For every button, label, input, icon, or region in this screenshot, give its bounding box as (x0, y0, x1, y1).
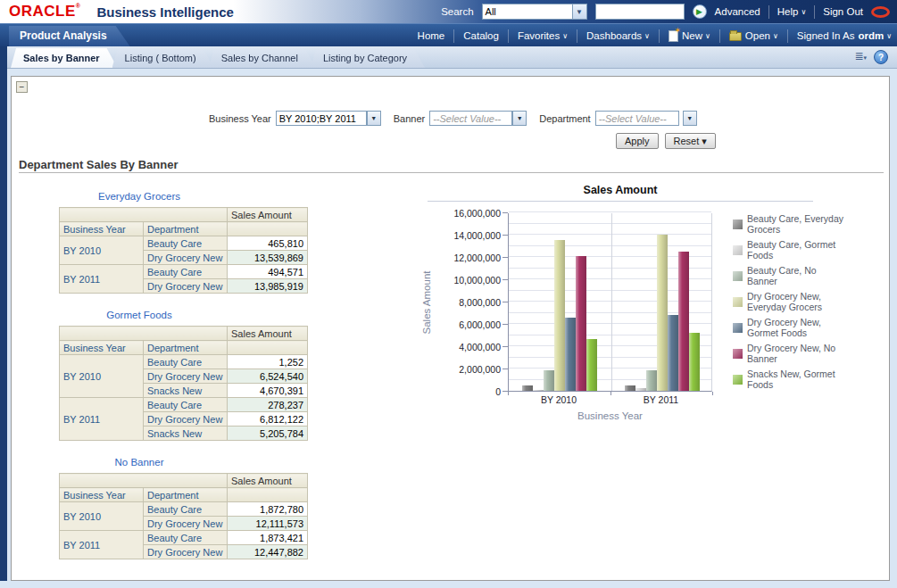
y-axis-title: Sales Amount (420, 213, 433, 392)
chart-bar[interactable] (689, 333, 700, 391)
department-dropdown-button[interactable]: ▼ (683, 111, 697, 126)
sign-out-link[interactable]: Sign Out (823, 6, 863, 17)
y-tick-label: 2,000,000 (459, 364, 501, 375)
department-cell[interactable]: Beauty Care (144, 355, 228, 369)
divider (19, 172, 884, 173)
tab-sales-by-channel[interactable]: Sales by Channel (209, 48, 316, 68)
chart-bar[interactable] (565, 318, 576, 391)
divider (659, 29, 660, 43)
nav-open[interactable]: Open∨ (729, 30, 778, 41)
department-cell[interactable]: Beauty Care (144, 531, 228, 545)
search-go-button[interactable]: ▶ (693, 4, 707, 19)
department-cell[interactable]: Dry Grocery New (144, 517, 228, 531)
department-field[interactable]: --Select Value-- (595, 111, 679, 126)
sales-amount-header: Sales Amount (228, 327, 308, 341)
department-cell[interactable]: Beauty Care (144, 236, 228, 251)
year-cell[interactable]: BY 2011 (60, 398, 144, 441)
nav-catalog[interactable]: Catalog (463, 30, 499, 41)
chart-bar[interactable] (646, 370, 657, 391)
dashboard-tab-product-analysis[interactable]: Product Analysis (9, 26, 130, 46)
department-header: Department (144, 341, 228, 355)
business-year-label: Business Year (209, 113, 271, 124)
chart-title: Sales Amount (584, 184, 658, 196)
nav-home[interactable]: Home (418, 30, 445, 41)
sales-amount-cell: 12,447,882 (228, 545, 308, 559)
sales-amount-cell: 5,205,784 (228, 427, 308, 441)
sales-amount-cell: 13,985,919 (228, 279, 308, 294)
page-options-icon[interactable]: ≣▾ (854, 50, 867, 64)
year-cell[interactable]: BY 2010 (60, 355, 144, 398)
x-tick-label: BY 2010 (519, 394, 599, 405)
y-tick-label: 14,000,000 (453, 230, 501, 241)
department-cell[interactable]: Dry Grocery New (144, 251, 228, 265)
business-year-field[interactable]: BY 2010;BY 2011 (276, 111, 367, 126)
department-cell[interactable]: Snacks New (144, 427, 228, 441)
open-folder-icon (729, 32, 742, 41)
nav-favorites[interactable]: Favorites∨ (518, 30, 568, 41)
chevron-down-icon: ∨ (562, 32, 568, 40)
legend-label: Dry Grocery New, Everyday Grocers (747, 291, 849, 312)
search-scope-select[interactable]: All ▼ (482, 4, 587, 20)
global-nav-bar: Product Analysis Home Catalog Favorites∨… (0, 23, 897, 46)
help-icon[interactable]: ? (874, 50, 888, 64)
pivot-table-block: No BannerSales AmountBusiness YearDepart… (59, 457, 308, 559)
department-cell[interactable]: Beauty Care (144, 502, 228, 517)
nav-new[interactable]: New∨ (669, 30, 710, 42)
chart-bar[interactable] (625, 385, 635, 391)
business-year-dropdown-button[interactable]: ▼ (367, 111, 381, 126)
chart-bar[interactable] (635, 388, 646, 392)
prompt-row: Business Year BY 2010;BY 2011 ▼ Banner -… (209, 111, 710, 126)
pivot-table: Sales AmountBusiness YearDepartmentBY 20… (59, 473, 308, 559)
chart-bar[interactable] (554, 240, 565, 391)
chart-bar[interactable] (533, 390, 544, 391)
table-row: BY 2010Beauty Care1,252 (60, 355, 308, 369)
nav-dashboards[interactable]: Dashboards∨ (586, 30, 650, 41)
application-window: ORACLE® Business Intelligence Search All… (0, 0, 897, 588)
banner-field[interactable]: --Select Value-- (429, 111, 512, 126)
advanced-link[interactable]: Advanced (715, 6, 760, 17)
department-cell[interactable]: Beauty Care (144, 398, 228, 412)
department-cell[interactable]: Dry Grocery New (144, 369, 228, 384)
department-cell[interactable]: Dry Grocery New (144, 545, 228, 559)
sales-amount-header: Sales Amount (228, 208, 308, 222)
divider (453, 29, 454, 43)
year-cell[interactable]: BY 2011 (60, 265, 144, 294)
dashboard-content: − Business Year BY 2010;BY 2011 ▼ Banner… (11, 76, 890, 581)
collapse-section-button[interactable]: − (16, 81, 28, 93)
chart-bar[interactable] (576, 256, 586, 391)
year-cell[interactable]: BY 2010 (60, 236, 144, 265)
search-input[interactable] (595, 4, 685, 20)
chart-bar[interactable] (586, 339, 597, 391)
year-cell[interactable]: BY 2010 (60, 502, 144, 531)
chart-bar[interactable] (668, 315, 678, 391)
department-cell[interactable]: Dry Grocery New (144, 412, 228, 427)
department-header: Department (144, 488, 228, 502)
reset-button[interactable]: Reset ▾ (665, 133, 716, 149)
department-cell[interactable]: Dry Grocery New (144, 279, 228, 294)
banner-label: Banner (394, 113, 425, 124)
department-cell[interactable]: Snacks New (144, 384, 228, 398)
sales-amount-cell: 494,571 (228, 265, 308, 279)
department-cell[interactable]: Beauty Care (144, 265, 228, 279)
corner-cell (60, 474, 228, 488)
signed-in-as[interactable]: Signed In Asordm∨ (797, 30, 892, 41)
year-cell[interactable]: BY 2011 (60, 531, 144, 559)
chevron-down-icon[interactable]: ▼ (572, 4, 586, 19)
tab-listing-by-category[interactable]: Listing by Category (311, 48, 425, 68)
chart-bar[interactable] (544, 370, 554, 391)
chart-bar[interactable] (522, 385, 533, 391)
pivot-table-block: Gormet FoodsSales AmountBusiness YearDep… (59, 310, 308, 441)
banner-dropdown-button[interactable]: ▼ (512, 111, 527, 126)
x-tick-mark (610, 392, 611, 395)
chart-y-ticks: 02,000,0004,000,0006,000,0008,000,00010,… (440, 213, 508, 392)
table-row: BY 2010Beauty Care465,810 (60, 236, 308, 251)
chart-bar[interactable] (678, 252, 689, 391)
sales-amount-cell: 1,252 (228, 355, 308, 369)
apply-button[interactable]: Apply (616, 133, 659, 149)
chart-bar[interactable] (657, 235, 668, 391)
tab-listing-bottom[interactable]: Listing ( Bottom) (112, 48, 214, 68)
oracle-ring-icon (871, 6, 890, 18)
help-menu[interactable]: Help∨ (777, 6, 807, 17)
top-brand-bar: ORACLE® Business Intelligence Search All… (0, 0, 897, 23)
tab-sales-by-banner[interactable]: Sales by Banner (11, 48, 118, 68)
